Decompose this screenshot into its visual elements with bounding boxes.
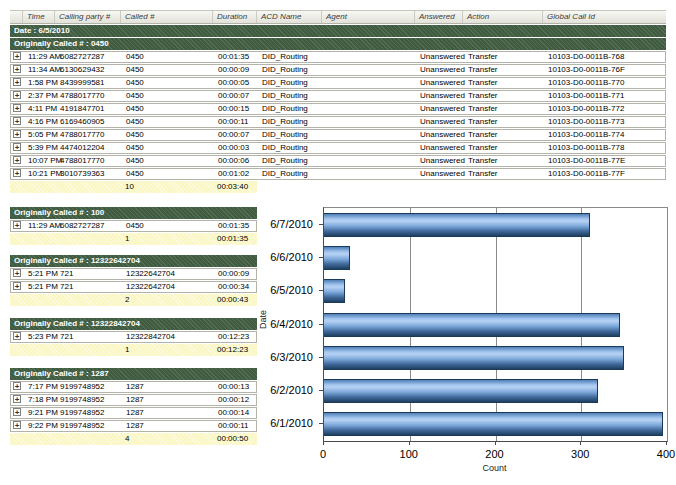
expand-row-icon[interactable]: + [13,169,21,177]
cell-calling: 6082727287 [56,52,122,62]
cell-duration: 00:00:09 [214,65,258,75]
date-group-header: Date : 6/5/2010 [10,25,666,37]
cell-called: 0450 [122,221,214,231]
cell-time: 7:18 PM [24,395,56,405]
column-header-time[interactable]: Time [23,11,55,23]
cell-called: 0450 [122,78,214,88]
column-header-row: TimeCalling party #Called #DurationACD N… [10,10,666,24]
y-tick-mark [319,257,324,258]
bar-6/3/2010 [324,346,624,370]
call-report-page: TimeCalling party #Called #DurationACD N… [0,0,676,485]
column-header-global-call-id[interactable]: Global Call Id [543,11,666,23]
cell-time: 9:22 PM [24,421,56,431]
table-row[interactable]: +11:34 AM6130629432045000:00:09DID_Routi… [10,64,666,76]
expand-row-icon[interactable]: + [13,143,21,151]
column-header-agent[interactable]: Agent [322,11,415,23]
table-row[interactable]: +5:21 PM7211232264270400:00:09 [10,268,257,280]
report-section: Originally Called # : 100+11:29 AM608272… [10,207,257,245]
bar-6/5/2010 [324,279,345,303]
expand-row-icon[interactable]: + [13,156,21,164]
column-header-expand[interactable] [10,11,23,23]
cell-expand: + [11,408,24,418]
expand-row-icon[interactable]: + [13,91,21,99]
cell-time: 4:16 PM [24,117,56,127]
expand-row-icon[interactable]: + [13,269,21,277]
table-row[interactable]: +10:21 PM3010739363045000:01:02DID_Routi… [10,168,666,180]
cell-calling: 9199748952 [56,408,122,418]
cell-action: Transfer [464,117,544,127]
table-row[interactable]: +9:21 PM9199748952128700:00:14 [10,407,257,419]
table-row[interactable]: +2:37 PM4788017770045000:00:07DID_Routin… [10,90,666,102]
cell-expand: + [11,91,24,101]
column-header-called-[interactable]: Called # [121,11,213,23]
expand-row-icon[interactable]: + [13,52,21,60]
expand-row-icon[interactable]: + [13,221,21,229]
y-tick-mark [319,357,324,358]
column-header-calling-party-[interactable]: Calling party # [55,11,121,23]
cell-expand: + [11,169,24,179]
cell-expand: + [11,130,24,140]
table-row[interactable]: +11:29 AM6082727287045000:01:35 [10,220,257,232]
table-row[interactable]: +1:58 PM8439999581045000:00:05DID_Routin… [10,77,666,89]
table-row[interactable]: +10:07 PM4788017770045000:00:06DID_Routi… [10,155,666,167]
cell-agent [323,91,416,101]
group-header: Originally Called # : 1287 [10,368,257,380]
cell-expand: + [11,143,24,153]
expand-row-icon[interactable]: + [13,117,21,125]
column-header-answered[interactable]: Answered [415,11,463,23]
cell-calling: 9199748952 [56,421,122,431]
table-row[interactable]: +11:29 AM6082727287045000:01:35DID_Routi… [10,51,666,63]
table-row[interactable]: +4:11 PM4191847701045000:00:15DID_Routin… [10,103,666,115]
x-tick-mark [666,441,667,445]
cell-duration: 00:00:07 [214,91,258,101]
cell-duration: 00:01:35 [214,52,258,62]
table-row[interactable]: +5:39 PM4474012204045000:00:03DID_Routin… [10,142,666,154]
column-header-duration[interactable]: Duration [213,11,257,23]
chart-plot-area [323,207,668,442]
group-summary-row: 100:01:35 [10,233,257,245]
group-header: Originally Called # : 12322842704 [10,318,257,330]
cell-duration: 00:01:02 [214,169,258,179]
table-row[interactable]: +9:22 PM9199748952128700:00:11 [10,420,257,432]
expand-row-icon[interactable]: + [13,130,21,138]
y-tick-label: 6/7/2010 [258,218,313,230]
expand-row-icon[interactable]: + [13,421,21,429]
expand-row-icon[interactable]: + [13,382,21,390]
x-tick-mark [323,441,324,445]
column-header-action[interactable]: Action [463,11,543,23]
table-row[interactable]: +5:23 PM7211232284270400:12:23 [10,331,257,343]
cell-agent [323,130,416,140]
report-section: Originally Called # : 12322642704+5:21 P… [10,255,257,306]
cell-expand: + [11,395,24,405]
cell-called: 0450 [122,65,214,75]
cell-duration: 00:00:03 [214,143,258,153]
cell-called: 1287 [122,395,214,405]
x-tick-label: 0 [303,448,343,460]
expand-row-icon[interactable]: + [13,395,21,403]
cell-time: 11:34 AM [24,65,56,75]
cell-global_id: 10103-D0-0011B-77F [544,169,667,179]
cell-answered: Unanswered [416,169,464,179]
cell-acd: DID_Routing [258,104,323,114]
group-summary-row: 400:00:50 [10,433,257,445]
group-header: Originally Called # : 100 [10,207,257,219]
expand-row-icon[interactable]: + [13,78,21,86]
expand-row-icon[interactable]: + [13,65,21,73]
x-tick-mark [495,441,496,445]
expand-row-icon[interactable]: + [13,408,21,416]
expand-row-icon[interactable]: + [13,332,21,340]
table-row[interactable]: +7:17 PM9199748952128700:00:13 [10,381,257,393]
y-tick-mark [319,390,324,391]
cell-time: 11:29 AM [24,52,56,62]
cell-acd: DID_Routing [258,117,323,127]
cell-duration: 00:12:23 [214,332,258,342]
expand-row-icon[interactable]: + [13,104,21,112]
summary-total-duration: 00:00:50 [213,433,257,445]
table-row[interactable]: +4:16 PM6169460905045000:00:11DID_Routin… [10,116,666,128]
table-row[interactable]: +5:21 PM7211232264270400:00:34 [10,281,257,293]
table-row[interactable]: +7:18 PM9199748952128700:00:12 [10,394,257,406]
table-row[interactable]: +5:05 PM4788017770045000:00:07DID_Routin… [10,129,666,141]
y-tick-label: 6/6/2010 [258,251,313,263]
column-header-acd-name[interactable]: ACD Name [257,11,322,23]
expand-row-icon[interactable]: + [13,282,21,290]
